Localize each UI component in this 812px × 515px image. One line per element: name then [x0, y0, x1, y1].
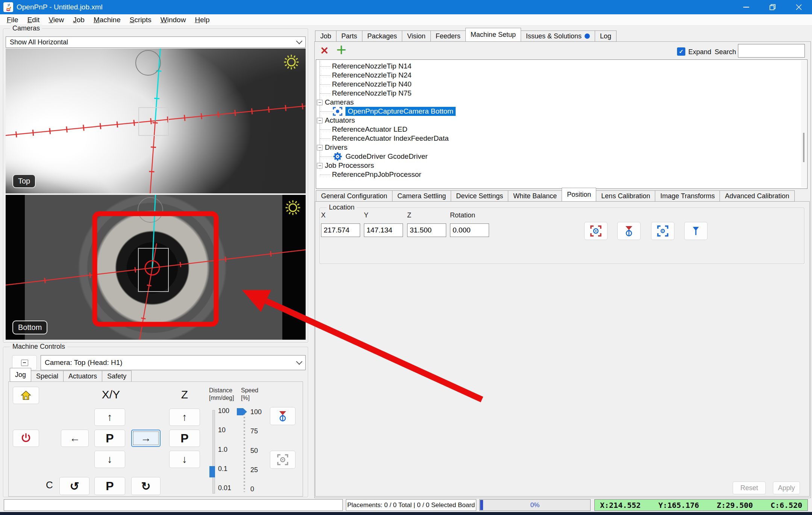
jog-c-ccw-button[interactable]: ↺ — [59, 477, 89, 495]
control-tab-actuators[interactable]: Actuators — [63, 371, 102, 382]
tree-item-referencepnpjobprocessor[interactable]: ReferencePnpJobProcessor — [316, 170, 807, 179]
tab-feeders[interactable]: Feeders — [430, 30, 465, 42]
camera-selector[interactable]: Show All Horizontal — [6, 36, 306, 48]
location-input-rotation[interactable] — [450, 223, 489, 237]
tab-job[interactable]: Job — [315, 30, 336, 42]
tab-machine-setup[interactable]: Machine Setup — [465, 28, 521, 42]
minimize-button[interactable] — [733, 0, 759, 14]
config-tab-camera-settling[interactable]: Camera Settling — [392, 190, 451, 202]
jog-y-plus-button[interactable]: ↑ — [94, 409, 125, 426]
tree-collapse-icon[interactable]: − — [317, 145, 323, 150]
tree-item-referencenozzletip-n14[interactable]: ReferenceNozzleTip N14 — [316, 62, 807, 71]
position-c-button[interactable]: P — [94, 477, 125, 495]
bottom-camera-view[interactable]: Bottom — [6, 195, 306, 340]
tab-issues-solutions[interactable]: Issues & Solutions — [521, 30, 595, 42]
config-tab-advanced-calibration[interactable]: Advanced Calibration — [720, 190, 794, 202]
camera-capture-icon — [276, 453, 289, 466]
tree-item-cameras[interactable]: −Cameras — [316, 98, 807, 107]
config-tab-position[interactable]: Position — [562, 188, 596, 202]
capture-nozzle-location-button[interactable] — [617, 222, 641, 240]
position-z-button[interactable]: P — [169, 430, 200, 447]
tree-item-gcodedriver-gcodedriver[interactable]: GcodeDriver GcodeDriver — [316, 152, 807, 161]
jog-z-minus-button[interactable]: ↓ — [169, 451, 200, 468]
home-icon — [20, 390, 32, 401]
tab-vision[interactable]: Vision — [402, 30, 430, 42]
tree-item-label: Cameras — [325, 98, 354, 106]
config-tab-general-configuration[interactable]: General Configuration — [316, 190, 392, 202]
power-icon — [20, 433, 32, 444]
tree-collapse-icon[interactable]: − — [317, 118, 323, 123]
restore-button[interactable] — [759, 0, 786, 14]
location-label-rotation: Rotation — [450, 211, 475, 219]
move-tool-icon — [689, 225, 702, 237]
position-xy-button[interactable]: P — [94, 430, 125, 447]
jog-y-minus-button[interactable]: ↓ — [94, 451, 125, 468]
menu-file[interactable]: File — [2, 15, 23, 25]
speed-label: Speed — [241, 387, 267, 394]
brightness-sun-icon[interactable] — [282, 52, 301, 72]
dro-x: X:214.552 — [600, 501, 641, 510]
tree-item-drivers[interactable]: −Drivers — [316, 143, 807, 152]
jog-z-plus-button[interactable]: ↑ — [169, 409, 200, 426]
menu-edit[interactable]: Edit — [23, 15, 44, 25]
tree-collapse-icon[interactable]: − — [317, 100, 323, 105]
menu-scripts[interactable]: Scripts — [125, 15, 156, 25]
menu-job[interactable]: Job — [68, 15, 89, 25]
close-button[interactable] — [786, 0, 812, 14]
reset-button[interactable]: Reset — [733, 482, 766, 494]
tree-item-referencenozzletip-n40[interactable]: ReferenceNozzleTip N40 — [316, 80, 807, 89]
menu-window[interactable]: Window — [156, 15, 191, 25]
menu-view[interactable]: View — [44, 15, 68, 25]
location-input-y[interactable] — [364, 223, 403, 237]
tree-item-label: ReferenceNozzleTip N14 — [332, 62, 412, 70]
power-button[interactable] — [13, 430, 39, 447]
home-button[interactable] — [13, 387, 39, 404]
tab-parts[interactable]: Parts — [336, 30, 362, 42]
add-button[interactable]: + — [334, 40, 349, 59]
search-input[interactable] — [738, 44, 805, 58]
tree-item-referencenozzletip-n75[interactable]: ReferenceNozzleTip N75 — [316, 89, 807, 98]
config-tab-image-transforms[interactable]: Image Transforms — [655, 190, 720, 202]
apply-button[interactable]: Apply — [773, 482, 800, 494]
capture-camera-location-button[interactable] — [584, 222, 607, 240]
speed-slider[interactable] — [244, 410, 245, 492]
control-tab-safety[interactable]: Safety — [102, 371, 132, 382]
tree-item-job-processors[interactable]: −Job Processors — [316, 161, 807, 170]
tree-connector — [320, 111, 333, 112]
menu-machine[interactable]: Machine — [89, 15, 125, 25]
tab-log[interactable]: Log — [595, 30, 617, 42]
tree-item-referenceactuator-led[interactable]: ReferenceActuator LED — [316, 125, 807, 134]
move-tool-to-location-button[interactable] — [684, 222, 707, 240]
control-tab-jog[interactable]: Jog — [10, 368, 31, 382]
distance-tick-100: 100 — [218, 407, 231, 415]
config-tab-white-balance[interactable]: White Balance — [508, 190, 562, 202]
tab-label: Camera Settling — [397, 192, 446, 200]
expand-checkbox[interactable]: ✓ — [677, 47, 685, 56]
tab-packages[interactable]: Packages — [362, 30, 402, 42]
distance-tick-1.0: 1.0 — [218, 446, 231, 454]
camera-capture-button[interactable] — [270, 451, 295, 469]
location-input-x[interactable] — [321, 223, 360, 237]
distance-slider-handle[interactable] — [209, 466, 215, 477]
position-nozzle-over-camera-button[interactable] — [270, 407, 295, 425]
config-tab-device-settings[interactable]: Device Settings — [451, 190, 508, 202]
jog-x-minus-button[interactable]: ← — [61, 430, 89, 447]
move-camera-to-location-button[interactable] — [651, 222, 674, 240]
menu-help[interactable]: Help — [190, 15, 214, 25]
camera-circle-reticle — [138, 197, 163, 222]
delete-button[interactable]: ✕ — [318, 44, 331, 57]
config-tabs: General ConfigurationCamera SettlingDevi… — [316, 187, 795, 202]
control-tab-special[interactable]: Special — [31, 371, 63, 382]
config-tab-lens-calibration[interactable]: Lens Calibration — [596, 190, 655, 202]
tree-collapse-icon[interactable]: − — [317, 163, 323, 169]
tree-item-referenceactuator-indexfeederdata[interactable]: ReferenceActuator IndexFeederData — [316, 134, 807, 143]
brightness-sun-icon[interactable] — [283, 198, 303, 217]
top-camera-view[interactable]: Top — [6, 49, 306, 193]
distance-slider[interactable] — [212, 410, 215, 494]
location-input-z[interactable] — [407, 223, 446, 237]
tree-item-actuators[interactable]: −Actuators — [316, 116, 807, 125]
tree-item-openpnpcapturecamera-bottom[interactable]: OpenPnpCaptureCamera Bottom — [316, 107, 807, 116]
tree-item-referencenozzletip-n24[interactable]: ReferenceNozzleTip N24 — [316, 71, 807, 80]
jog-x-plus-button[interactable]: → — [131, 430, 161, 447]
jog-c-cw-button[interactable]: ↻ — [131, 477, 161, 495]
